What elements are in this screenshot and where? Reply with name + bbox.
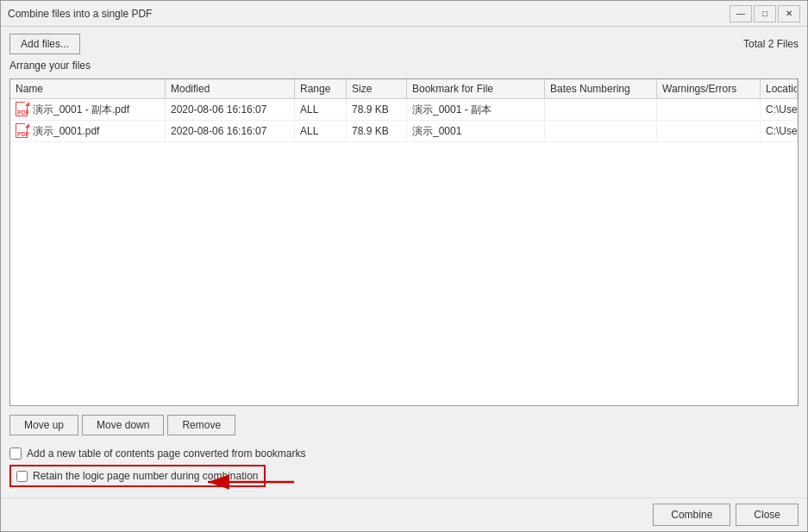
cell-location-1: C:\Users\pc\Docu...	[761, 99, 798, 120]
cell-warnings-2	[657, 121, 761, 141]
cell-bookmark-1: 演示_0001 - 副本	[407, 99, 545, 120]
retain-option-row: Retain the logic page number during comb…	[9, 465, 266, 487]
cell-name-2: PDF 演示_0001.pdf	[10, 121, 166, 141]
close-window-button[interactable]: ✕	[778, 5, 800, 22]
cell-range-1: ALL	[295, 99, 347, 120]
arrange-label: Arrange your files	[9, 59, 799, 72]
table-row[interactable]: PDF 演示_0001.pdf 2020-08-06 16:16:07 ALL …	[10, 121, 798, 142]
title-bar-controls: — □ ✕	[730, 5, 800, 22]
toc-checkbox[interactable]	[9, 448, 22, 460]
cell-warnings-1	[657, 99, 761, 120]
top-bar: Add files... Total 2 Files	[9, 34, 799, 54]
window-title: Combine files into a single PDF	[8, 8, 152, 20]
col-header-warnings: Warnings/Errors	[657, 79, 761, 98]
move-up-button[interactable]: Move up	[9, 415, 78, 435]
retain-label: Retain the logic page number during comb…	[33, 470, 259, 482]
cell-size-2: 78.9 KB	[347, 121, 407, 141]
cell-name-1: PDF 演示_0001 - 副本.pdf	[10, 99, 166, 120]
total-files-label: Total 2 Files	[743, 38, 799, 50]
toc-option-row: Add a new table of contents page convert…	[9, 448, 799, 460]
table-header: Name Modified Range Size Bookmark for Fi…	[10, 79, 798, 99]
retain-option-container: Retain the logic page number during comb…	[9, 465, 799, 487]
col-header-modified: Modified	[166, 79, 295, 98]
toc-label: Add a new table of contents page convert…	[27, 448, 306, 460]
main-content: Add files... Total 2 Files Arrange your …	[1, 27, 807, 498]
footer: Combine Close	[1, 498, 807, 531]
retain-checkbox[interactable]	[16, 471, 28, 482]
cell-bates-2	[545, 121, 657, 141]
combine-button[interactable]: Combine	[653, 504, 730, 526]
col-header-size: Size	[347, 79, 407, 98]
cell-bookmark-2: 演示_0001	[407, 121, 545, 141]
cell-range-2: ALL	[295, 121, 347, 141]
bottom-toolbar: Move up Move down Remove	[9, 411, 799, 439]
col-header-bates: Bates Numbering	[545, 79, 657, 98]
cell-bates-1	[545, 99, 657, 120]
title-bar: Combine files into a single PDF — □ ✕	[1, 1, 807, 27]
maximize-button[interactable]: □	[754, 5, 776, 22]
col-header-bookmark: Bookmark for File	[407, 79, 545, 98]
main-window: Combine files into a single PDF — □ ✕ Ad…	[0, 0, 808, 532]
add-files-button[interactable]: Add files...	[9, 34, 80, 54]
files-table-container: Name Modified Range Size Bookmark for Fi…	[9, 78, 799, 406]
cell-location-2: C:\Users\pc\Docu...	[761, 121, 798, 141]
col-header-range: Range	[295, 79, 347, 98]
table-row[interactable]: PDF 演示_0001 - 副本.pdf 2020-08-06 16:16:07…	[10, 99, 798, 121]
col-header-name: Name	[10, 79, 166, 98]
pdf-icon: PDF	[16, 102, 29, 117]
table-body: PDF 演示_0001 - 副本.pdf 2020-08-06 16:16:07…	[10, 99, 798, 405]
col-header-location: Location	[761, 79, 798, 98]
minimize-button[interactable]: —	[730, 5, 752, 22]
cell-modified-2: 2020-08-06 16:16:07	[166, 121, 295, 141]
pdf-icon: PDF	[16, 123, 29, 139]
cell-size-1: 78.9 KB	[347, 99, 407, 120]
cell-modified-1: 2020-08-06 16:16:07	[166, 99, 295, 120]
move-down-button[interactable]: Move down	[82, 415, 164, 435]
remove-button[interactable]: Remove	[167, 415, 235, 435]
close-button[interactable]: Close	[736, 504, 799, 526]
options-section: Add a new table of contents page convert…	[9, 444, 799, 491]
